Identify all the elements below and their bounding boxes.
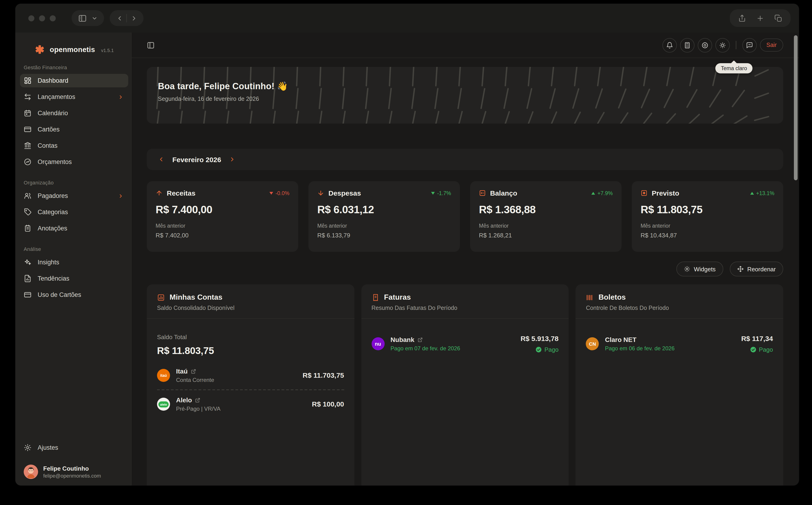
external-link-icon[interactable]	[418, 337, 423, 342]
scrollbar[interactable]	[794, 35, 798, 180]
stat-card-despesas: Despesas -1.7% R$ 6.031,12 Mês anterior …	[309, 181, 460, 252]
arrow-up-icon	[156, 190, 163, 196]
user-profile[interactable]: Felipe Coutinho felipe@openmonetis.com	[15, 457, 131, 480]
barcode-icon	[586, 293, 594, 301]
account-list: itaú Itaú Conta Corrente R$ 11.703,75	[157, 367, 344, 412]
share-button[interactable]	[738, 14, 746, 22]
paid-date: Pago em 06 de fev. de 2026	[605, 345, 675, 352]
account-row-alelo[interactable]: alelo Alelo Pré-Pago | VR/VA R$ 100,00	[157, 396, 344, 412]
invoice-name: Nubank	[390, 336, 414, 343]
main-area: Sair Tema claro Boa tarde, Felipe Coutin…	[132, 32, 799, 486]
sidebar-item-uso-de-cartoes[interactable]: Uso de Cartões	[20, 288, 128, 302]
sidebar-item-dashboard[interactable]: Dashboard	[20, 74, 128, 88]
total-balance-value: R$ 11.803,75	[157, 345, 344, 356]
section-label-gestao: Gestão Financeira	[24, 64, 123, 70]
back-button[interactable]	[113, 11, 126, 25]
theme-toggle-button[interactable]	[716, 38, 730, 52]
reorder-button[interactable]: Reordenar	[730, 262, 783, 277]
close-window-button[interactable]	[28, 15, 34, 21]
sidebar-footer: Ajustes Felipe Coutinho felipe@openmonet…	[15, 441, 131, 486]
sidebar-item-contas[interactable]: Contas	[20, 139, 128, 152]
status-badge: Pago	[521, 346, 558, 353]
sidebar-item-pagadores[interactable]: Pagadores	[20, 189, 128, 202]
user-name: Felipe Coutinho	[43, 465, 101, 472]
paid-date: Pago em 07 de fev. de 2026	[390, 345, 460, 352]
logout-button[interactable]: Sair	[760, 38, 783, 51]
avatar	[24, 465, 38, 479]
tab-overview-button[interactable]	[774, 14, 782, 22]
arrow-down-icon	[317, 190, 324, 196]
sidebar-item-anotacoes[interactable]: Anotações	[20, 221, 128, 235]
sidebar-item-label: Cartões	[38, 126, 60, 133]
stat-value: R$ 6.031,12	[317, 203, 451, 216]
sidebar-item-tendencias[interactable]: Tendências	[20, 272, 128, 285]
receipt-icon	[371, 293, 379, 301]
divider	[736, 41, 736, 49]
privacy-eye-button[interactable]	[698, 38, 712, 52]
section-label-analise: Análise	[24, 246, 123, 252]
calculator-button[interactable]	[680, 38, 694, 52]
new-tab-button[interactable]	[756, 14, 764, 22]
dashboard-content: Boa tarde, Felipe Coutinho! 👋 Segunda-fe…	[132, 58, 799, 486]
sidebar-item-insights[interactable]: Insights	[20, 256, 128, 269]
window-controls	[28, 15, 56, 21]
notifications-button[interactable]	[662, 38, 677, 52]
widget-grid: Minhas Contas Saldo Consolidado Disponív…	[147, 284, 783, 486]
change-badge: +7.9%	[591, 190, 613, 196]
minimize-window-button[interactable]	[39, 15, 45, 21]
stat-label: Receitas	[167, 189, 195, 197]
sidebar-item-cartoes[interactable]: Cartões	[20, 123, 128, 136]
prev-value: R$ 1.268,21	[479, 232, 613, 239]
sidebar-toggle-group[interactable]	[71, 10, 104, 26]
sidebar-item-lancamentos[interactable]: Lançamentos	[20, 90, 128, 104]
sidebar-item-categorias[interactable]: Categorias	[20, 205, 128, 219]
external-link-icon[interactable]	[195, 397, 200, 402]
widgets-button[interactable]: Widgets	[676, 262, 723, 277]
bill-amount: R$ 117,34	[741, 335, 773, 342]
widget-subtitle: Resumo Das Faturas Do Período	[371, 305, 558, 311]
greeting-title: Boa tarde, Felipe Coutinho! 👋	[158, 81, 783, 92]
stat-value: R$ 1.368,88	[479, 203, 613, 216]
previous-month-button[interactable]	[158, 156, 165, 163]
credit-card-icon	[24, 291, 32, 299]
next-month-button[interactable]	[229, 156, 235, 163]
prev-label: Mês anterior	[317, 223, 451, 228]
triangle-down-icon	[431, 192, 435, 194]
dashboard-icon	[24, 77, 32, 85]
notes-icon	[24, 224, 32, 232]
triangle-up-icon	[750, 192, 754, 194]
itau-logo: itaú	[157, 369, 170, 382]
titlebar	[15, 4, 799, 32]
cog-icon	[683, 266, 690, 272]
stat-value: R$ 7.400,00	[156, 203, 289, 216]
collapse-sidebar-button[interactable]	[147, 41, 155, 49]
invoice-amount: R$ 5.913,78	[521, 335, 558, 342]
theme-tooltip: Tema claro	[716, 63, 753, 73]
prev-label: Mês anterior	[156, 223, 289, 228]
users-icon	[24, 192, 32, 200]
forward-button[interactable]	[127, 11, 141, 25]
stat-label: Balanço	[490, 189, 517, 197]
sidebar-item-calendario[interactable]: Calendário	[20, 107, 128, 120]
sidebar-item-orcamentos[interactable]: Orçamentos	[20, 155, 128, 169]
invoice-row-nubank[interactable]: nu Nubank Pago em 07 de fev. de 2026 R$	[371, 335, 558, 353]
total-balance-label: Saldo Total	[157, 334, 344, 341]
account-row-itau[interactable]: itaú Itaú Conta Corrente R$ 11.703,75	[157, 367, 344, 383]
feedback-button[interactable]	[742, 38, 757, 52]
zoom-window-button[interactable]	[50, 15, 56, 21]
stat-card-previsto: Previsto +13.1% R$ 11.803,75 Mês anterio…	[632, 181, 783, 252]
chevron-right-icon	[118, 94, 124, 100]
widget-title: Minhas Contas	[170, 293, 222, 302]
account-type: Pré-Pago | VR/VA	[176, 405, 220, 412]
sidebar-item-label: Tendências	[38, 275, 69, 282]
external-link-icon[interactable]	[191, 369, 196, 374]
bill-row-claro-net[interactable]: CN Claro NET Pago em 06 de fev. de 2026 …	[586, 335, 773, 353]
user-email: felipe@openmonetis.com	[43, 473, 101, 479]
sidebar-item-ajustes[interactable]: Ajustes	[20, 441, 128, 454]
stat-label: Despesas	[329, 189, 361, 197]
sparkles-icon	[24, 258, 32, 266]
tag-icon	[24, 208, 32, 216]
prev-label: Mês anterior	[641, 223, 774, 228]
sidebar-item-label: Lançamentos	[38, 94, 75, 100]
widget-actions: Widgets Reordenar	[147, 262, 783, 277]
